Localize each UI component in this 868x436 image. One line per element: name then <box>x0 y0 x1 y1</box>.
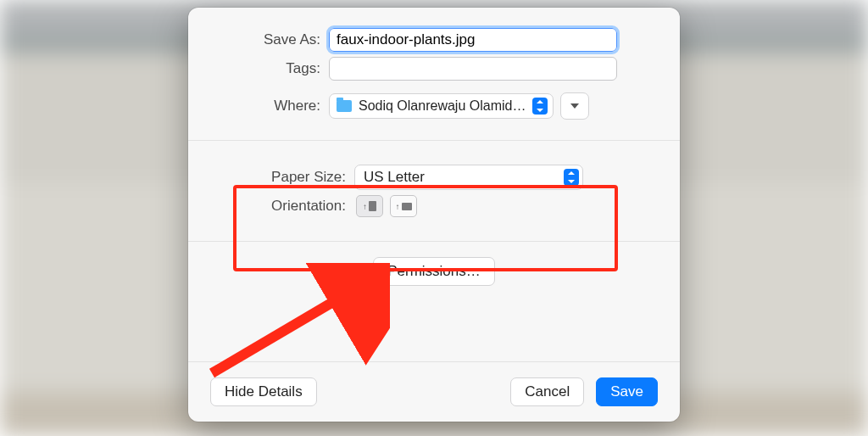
permissions-section: Permissions… <box>188 241 680 301</box>
permissions-button[interactable]: Permissions… <box>373 257 495 286</box>
filename-input[interactable] <box>329 28 617 52</box>
arrow-up-icon: ↑ <box>396 202 400 211</box>
page-setup-section: Paper Size: US Letter Orientation: ↑ ↑ <box>188 140 680 241</box>
orientation-landscape-button[interactable]: ↑ <box>390 195 417 217</box>
save-button[interactable]: Save <box>596 377 658 406</box>
page-landscape-icon <box>402 203 412 210</box>
orientation-portrait-button[interactable]: ↑ <box>356 195 383 217</box>
updown-icon <box>532 98 548 115</box>
save-dialog: Save As: Tags: Where: Sodiq Olanrewaju O… <box>188 8 680 422</box>
paper-size-popup[interactable]: US Letter <box>354 165 583 190</box>
paper-size-value: US Letter <box>364 169 425 186</box>
chevron-down-icon <box>570 103 579 109</box>
paper-size-label: Paper Size: <box>210 169 354 186</box>
where-popup[interactable]: Sodiq Olanrewaju Olamid… <box>329 93 554 119</box>
save-as-label: Save As: <box>210 31 329 48</box>
tags-label: Tags: <box>210 60 329 77</box>
where-folder-name: Sodiq Olanrewaju Olamid… <box>359 98 526 114</box>
cancel-button[interactable]: Cancel <box>510 377 584 406</box>
folder-icon <box>337 100 352 112</box>
orientation-label: Orientation: <box>210 198 354 215</box>
arrow-up-icon: ↑ <box>363 202 367 211</box>
expand-browser-button[interactable] <box>560 92 589 120</box>
hide-details-button[interactable]: Hide Details <box>210 377 317 406</box>
updown-icon <box>564 169 579 186</box>
tags-input[interactable] <box>329 57 617 81</box>
where-label: Where: <box>210 98 329 115</box>
page-portrait-icon <box>369 201 376 211</box>
file-section: Save As: Tags: Where: Sodiq Olanrewaju O… <box>188 8 680 140</box>
dialog-footer: Hide Details Cancel Save <box>188 361 680 422</box>
